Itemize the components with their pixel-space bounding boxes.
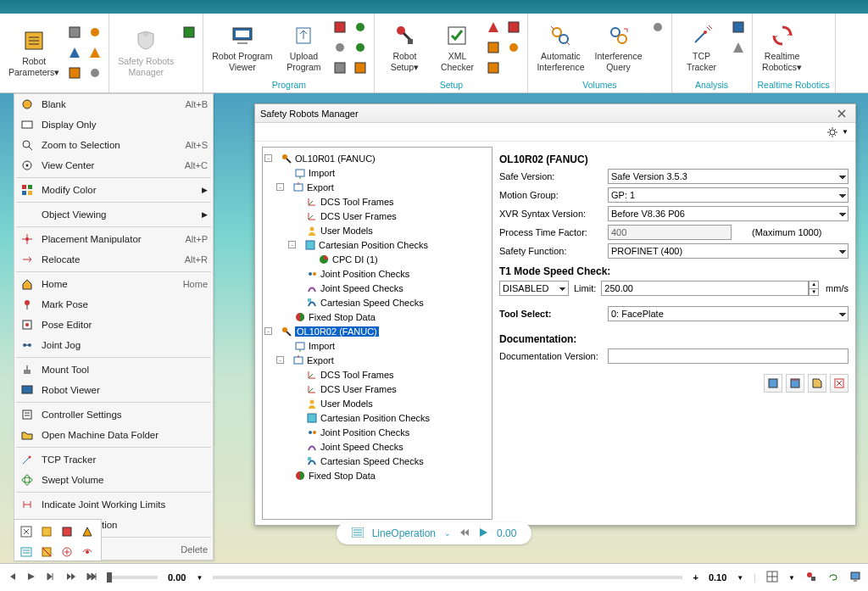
tree-node[interactable]: DCS Tool Frames: [264, 194, 490, 209]
chart-icon[interactable]: [505, 19, 522, 36]
cal-icon[interactable]: [485, 39, 502, 56]
tree-node[interactable]: DCS User Frames: [264, 382, 490, 396]
close-icon[interactable]: [833, 105, 850, 122]
ribbon-upload-button[interactable]: UploadProgram: [279, 20, 328, 73]
tree-node[interactable]: Cartesian Speed Checks: [264, 295, 490, 309]
menu-controller-settings[interactable]: Controller Settings: [14, 404, 213, 425]
menu-view-center[interactable]: View CenterAlt+C: [14, 155, 213, 176]
ptf-input[interactable]: [608, 225, 732, 240]
menu-modify-color[interactable]: Modify Color▶: [14, 180, 213, 200]
tree-view[interactable]: -OL10R01 (FANUC)Import-ExportDCS Tool Fr…: [262, 147, 492, 520]
tree-node[interactable]: -Export: [264, 180, 490, 194]
dropdown-arrow-icon[interactable]: ▼: [842, 128, 849, 136]
tree-node[interactable]: -OL10R02 (FANUC): [264, 324, 490, 338]
tree-node[interactable]: DCS User Frames: [264, 209, 490, 223]
mt-3[interactable]: [58, 523, 75, 540]
chevron-down-icon[interactable]: ⌄: [444, 529, 451, 538]
t1-limit-input[interactable]: [601, 281, 809, 296]
tree-node[interactable]: User Models: [264, 396, 490, 410]
mt-8[interactable]: [79, 544, 96, 560]
menu-robot-viewer[interactable]: Robot Viewer: [14, 380, 213, 400]
expand-icon[interactable]: -: [264, 327, 272, 335]
skip-back-icon[interactable]: [7, 571, 17, 583]
tree-node[interactable]: Cartesian Speed Checks: [264, 454, 490, 468]
menu-swept-volume[interactable]: Swept Volume: [14, 470, 213, 490]
tree-node[interactable]: Fixed Stop Data: [264, 309, 490, 324]
list-icon[interactable]: [352, 527, 364, 540]
viewport[interactable]: BlankAlt+BDisplay OnlyZoom to SelectionA…: [0, 93, 868, 563]
hand-icon[interactable]: [86, 44, 103, 61]
up-icon[interactable]: [352, 19, 369, 36]
arrow-icon[interactable]: [86, 24, 103, 41]
safe-version-select[interactable]: Safe Version 3.5.3: [608, 169, 849, 184]
tree-node[interactable]: -Export: [264, 353, 490, 367]
cube-icon[interactable]: [86, 64, 103, 81]
robot-icon[interactable]: [66, 24, 83, 41]
mt-5[interactable]: [18, 544, 35, 560]
operation-label[interactable]: LineOperation: [372, 527, 436, 539]
dialog-title-bar[interactable]: Safety Robots Manager: [255, 104, 855, 123]
dot-icon[interactable]: [730, 19, 747, 36]
tree-node[interactable]: Import: [264, 338, 490, 353]
mt-6[interactable]: [38, 544, 55, 560]
tree-node[interactable]: Joint Position Checks: [264, 425, 490, 439]
tree-node[interactable]: -Cartesian Position Checks: [264, 237, 490, 252]
step-icon[interactable]: [46, 571, 56, 583]
expand-icon[interactable]: -: [276, 356, 284, 364]
tree-node[interactable]: Import: [264, 165, 490, 180]
rewind-icon[interactable]: [459, 527, 470, 540]
menu-home[interactable]: HomeHome: [14, 274, 213, 294]
doc-btn-4[interactable]: [830, 374, 849, 393]
menu-relocate[interactable]: RelocateAlt+R: [14, 249, 213, 270]
expand-icon[interactable]: -: [288, 241, 296, 248]
tree-node[interactable]: DCS Tool Frames: [264, 367, 490, 382]
tree-node[interactable]: CPC DI (1): [264, 252, 490, 266]
doc-icon[interactable]: [331, 19, 348, 36]
menu-zoom-to-selection[interactable]: Zoom to SelectionAlt+S: [14, 135, 213, 155]
menu-placement-manipulator[interactable]: Placement ManipulatorAlt+P: [14, 229, 213, 249]
ball-icon[interactable]: [730, 39, 747, 56]
play-status-icon[interactable]: [27, 572, 36, 583]
motion-group-select[interactable]: GP: 1: [608, 187, 849, 203]
mt-4[interactable]: [79, 523, 96, 540]
chevron-down-icon[interactable]: ▼: [788, 574, 795, 582]
timeline-slider-main[interactable]: [213, 576, 682, 579]
db-icon[interactable]: [352, 39, 369, 56]
swap-icon[interactable]: [331, 59, 348, 76]
ribbon-auto-button[interactable]: AutomaticInterference: [533, 20, 587, 73]
link-icon[interactable]: [66, 44, 83, 61]
chevron-down-icon[interactable]: ▼: [737, 574, 743, 582]
doc-btn-3[interactable]: [808, 374, 826, 393]
hand2-icon[interactable]: [505, 39, 522, 56]
menu-indicate-joint-working-limits[interactable]: Indicate Joint Working Limits: [14, 494, 213, 515]
ribbon-monitor-button[interactable]: Robot ProgramViewer: [209, 20, 275, 73]
ribbon-check-button[interactable]: XMLChecker: [432, 20, 481, 73]
menu-mark-pose[interactable]: Mark Pose: [14, 294, 213, 315]
spinner-icon[interactable]: ▲ ▼: [809, 281, 819, 296]
ff-end-icon[interactable]: [86, 571, 97, 583]
ff-icon[interactable]: [66, 571, 76, 583]
t1-mode-select[interactable]: DISABLED: [499, 281, 569, 296]
ribbon-robot-red-button[interactable]: RobotSetup▾: [380, 20, 429, 73]
tree-node[interactable]: Cartesian Position Checks: [264, 410, 490, 425]
menu-open-machine-data-folder[interactable]: Open Machine Data Folder: [14, 425, 213, 445]
ribbon-settings-button[interactable]: RobotParameters▾: [5, 25, 63, 78]
bolt-icon[interactable]: [485, 59, 502, 76]
mt-2[interactable]: [38, 523, 55, 540]
tree-node[interactable]: Joint Speed Checks: [264, 439, 490, 454]
menu-pose-editor[interactable]: Pose Editor: [14, 315, 213, 335]
note-icon[interactable]: [352, 59, 369, 76]
plus-icon[interactable]: +: [693, 572, 698, 583]
doc-btn-1[interactable]: [764, 374, 782, 393]
play-icon[interactable]: [478, 527, 488, 540]
safety-fn-select[interactable]: PROFINET (400): [608, 243, 849, 259]
ribbon-query-button[interactable]: InterferenceQuery: [591, 20, 645, 73]
timeline-slider-left[interactable]: [107, 576, 158, 579]
doc-btn-2[interactable]: [786, 374, 804, 393]
tree-node[interactable]: User Models: [264, 223, 490, 237]
sq-icon[interactable]: [485, 19, 502, 36]
menu-display-only[interactable]: Display Only: [14, 114, 213, 135]
link-status-icon[interactable]: [827, 571, 839, 584]
expand-icon[interactable]: [18, 523, 35, 540]
menu-object-viewing[interactable]: Object Viewing▶: [14, 204, 213, 225]
